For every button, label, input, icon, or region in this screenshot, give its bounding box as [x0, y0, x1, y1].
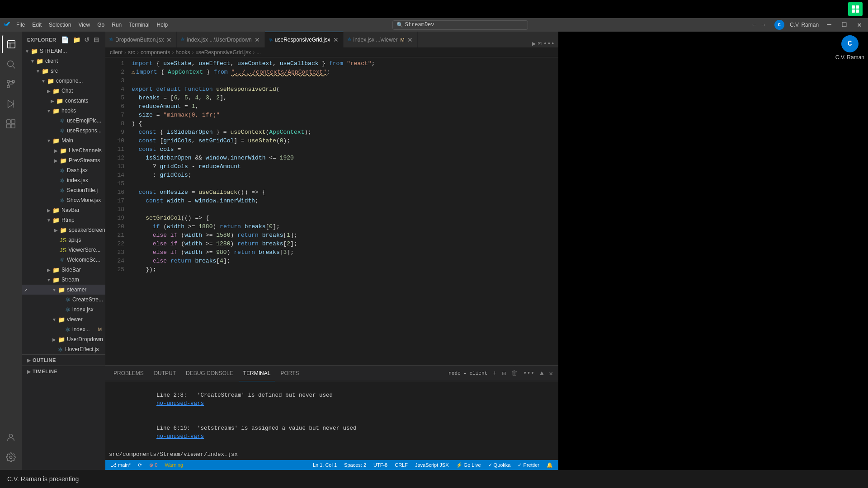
- close-button[interactable]: ✕: [854, 19, 864, 30]
- menu-help[interactable]: Help: [157, 22, 168, 28]
- sidebar-item-api[interactable]: ▶ JS api.js: [22, 235, 105, 245]
- split-editor-button[interactable]: ⊡: [538, 40, 541, 47]
- tab-dropdownbutton[interactable]: ⚛ DropdownButton.jsx ✕: [105, 32, 177, 47]
- tab-index-userdropdown[interactable]: ⚛ index.jsx ...\UserDropdown ✕: [177, 32, 264, 47]
- sidebar-item-hooks[interactable]: ▼ 📁 hooks: [22, 106, 105, 116]
- forward-button[interactable]: →: [761, 21, 765, 28]
- sidebar-item-useemoji[interactable]: ▶ ⚛ useEmojiPic...: [22, 116, 105, 126]
- line2-link[interactable]: no-unused-vars: [156, 433, 204, 440]
- timeline-header[interactable]: ▶ TIMELINE: [22, 368, 105, 375]
- panel-tab-output[interactable]: OUTPUT: [149, 366, 180, 381]
- sidebar-item-constants[interactable]: ▶ 📁 constants: [22, 96, 105, 106]
- panel-tab-problems[interactable]: PROBLEMS: [109, 366, 148, 381]
- tab-index-viewer[interactable]: ⚛ index.jsx ...\viewer M ✕: [344, 32, 418, 47]
- status-notifications[interactable]: 🔔: [545, 462, 555, 468]
- sidebar-item-showmore[interactable]: ▶ ⚛ ShowMore.jsx: [22, 195, 105, 205]
- status-position[interactable]: Ln 1, Col 1: [311, 462, 339, 468]
- sidebar-item-createstream[interactable]: ▶ ⚛ CreateStre...: [22, 295, 105, 305]
- new-file-icon[interactable]: 📄: [60, 35, 70, 44]
- menu-go[interactable]: Go: [97, 22, 104, 28]
- status-errors[interactable]: ⊗ 0: [147, 462, 159, 468]
- menu-edit[interactable]: Edit: [32, 22, 42, 28]
- new-folder-icon[interactable]: 📁: [72, 35, 82, 44]
- status-warnings[interactable]: Warning: [163, 462, 185, 468]
- back-button[interactable]: ←: [752, 21, 756, 28]
- status-git-branch[interactable]: ⎇ main*: [109, 462, 132, 468]
- outline-header[interactable]: ▶ OUTLINE: [22, 357, 105, 364]
- status-language[interactable]: JavaScript JSX: [413, 462, 451, 468]
- sidebar-item-viewerscre[interactable]: ▶ JS ViewerScre...: [22, 245, 105, 255]
- sidebar-item-navbar[interactable]: ▶ 📁 NavBar: [22, 205, 105, 215]
- minimize-button[interactable]: —: [824, 20, 834, 30]
- menu-run[interactable]: Run: [112, 22, 122, 28]
- sidebar-item-stream[interactable]: ▼ 📁 Stream: [22, 275, 105, 285]
- status-spaces[interactable]: Spaces: 2: [342, 462, 368, 468]
- panel-tab-terminal[interactable]: TERMINAL: [239, 366, 275, 381]
- activity-extensions[interactable]: [2, 115, 20, 133]
- sidebar-item-steamer[interactable]: ▼ 📁 steamer ↗: [22, 285, 105, 295]
- split-terminal-btn[interactable]: ⊡: [500, 369, 508, 378]
- activity-search[interactable]: [2, 55, 20, 73]
- new-terminal-btn[interactable]: +: [491, 369, 498, 378]
- tab-iv-close[interactable]: ✕: [406, 36, 414, 44]
- sidebar-item-welcomesc[interactable]: ▶ ⚛ WelcomeSc...: [22, 255, 105, 265]
- sidebar-item-livechannels[interactable]: ▶ 📁 LiveChannels: [22, 145, 105, 155]
- panel-tab-ports[interactable]: PORTS: [276, 366, 303, 381]
- sidebar-item-sectiontitle[interactable]: ▶ ⚛ SectionTitle.j: [22, 185, 105, 195]
- sidebar-item-sidebar-folder[interactable]: ▶ 📁 SideBar: [22, 265, 105, 275]
- activity-explorer[interactable]: [2, 35, 20, 53]
- tab-urg-close[interactable]: ✕: [332, 36, 340, 44]
- activity-debug[interactable]: [2, 95, 20, 113]
- collapse-icon[interactable]: ⊟: [93, 35, 100, 44]
- sidebar-item-userdropdown[interactable]: ▶ 📁 UserDropdown: [22, 334, 105, 344]
- status-golive[interactable]: ⚡ Go Live: [454, 462, 483, 468]
- activity-accounts[interactable]: [2, 428, 20, 446]
- status-sync[interactable]: ⟳: [136, 462, 144, 468]
- sidebar-item-main[interactable]: ▼ 📁 Main: [22, 136, 105, 145]
- tree-root[interactable]: ▼ 📁 STREAM...: [22, 46, 105, 56]
- sidebar-item-viewer[interactable]: ▼ 📁 viewer: [22, 314, 105, 324]
- more-terminal-btn[interactable]: •••: [521, 369, 536, 378]
- bc-components[interactable]: components: [141, 49, 170, 56]
- sidebar-item-prevstreams[interactable]: ▶ 📁 PrevStreams: [22, 155, 105, 165]
- bc-hooks[interactable]: hooks: [175, 49, 190, 56]
- line1-link[interactable]: no-unused-vars: [156, 400, 204, 407]
- status-prettier[interactable]: ✓ Prettier: [516, 462, 541, 468]
- bc-client[interactable]: client: [110, 49, 123, 56]
- sidebar-item-main-index[interactable]: ▶ ⚛ index.jsx: [22, 175, 105, 185]
- sidebar-item-viewer-index[interactable]: ▶ ⚛ index... M: [22, 324, 105, 334]
- sidebar-item-hovereffect[interactable]: ▶ ⚛ HoverEffect.js: [22, 344, 105, 354]
- tab-dropdown-close[interactable]: ✕: [165, 36, 173, 44]
- close-panel-btn[interactable]: ✕: [547, 369, 555, 378]
- activity-git[interactable]: [2, 75, 20, 93]
- menu-selection[interactable]: Selection: [49, 22, 71, 28]
- sidebar-item-src[interactable]: ▼ 📁 src: [22, 66, 105, 76]
- code-editor[interactable]: import { useState, useEffect, useContext…: [128, 57, 558, 365]
- maximize-panel-btn[interactable]: ▲: [538, 369, 545, 378]
- panel-tab-debug[interactable]: DEBUG CONSOLE: [181, 366, 238, 381]
- more-actions-button[interactable]: •••: [543, 40, 555, 47]
- bc-symbol[interactable]: ...: [256, 49, 261, 56]
- sidebar-item-client[interactable]: ▼ 📁 client: [22, 56, 105, 66]
- status-line-ending[interactable]: CRLF: [393, 462, 410, 468]
- activity-settings[interactable]: [2, 448, 20, 466]
- tab-iud-close[interactable]: ✕: [254, 36, 261, 44]
- sidebar-item-chat[interactable]: ▶ 📁 Chat: [22, 86, 105, 96]
- sidebar-item-steamer-index[interactable]: ▶ ⚛ index.jsx: [22, 305, 105, 314]
- maximize-button[interactable]: □: [840, 20, 849, 30]
- sidebar-item-speaker[interactable]: ▶ 📁 speakerScreen: [22, 225, 105, 235]
- menu-view[interactable]: View: [78, 22, 90, 28]
- status-quokka[interactable]: ✓ Quokka: [486, 462, 513, 468]
- search-box[interactable]: 🔍 StreamDev: [392, 20, 528, 30]
- sidebar-item-rtmp[interactable]: ▼ 📁 Rtmp: [22, 215, 105, 225]
- kill-terminal-btn[interactable]: 🗑: [509, 369, 519, 378]
- menu-file[interactable]: File: [16, 22, 25, 28]
- sidebar-item-useresponsive[interactable]: ▶ ⚛ useRespons...: [22, 126, 105, 136]
- menu-terminal[interactable]: Terminal: [129, 22, 149, 28]
- tab-useresponsivegrid[interactable]: ⚛ useResponsiveGrid.jsx ✕: [265, 32, 344, 47]
- sidebar-item-components[interactable]: ▼ 📁 compone...: [22, 76, 105, 86]
- refresh-icon[interactable]: ↺: [83, 35, 91, 44]
- status-encoding[interactable]: UTF-8: [372, 462, 389, 468]
- sidebar-item-dash[interactable]: ▶ ⚛ Dash.jsx: [22, 165, 105, 175]
- bc-file[interactable]: useResponsiveGrid.jsx: [195, 49, 251, 56]
